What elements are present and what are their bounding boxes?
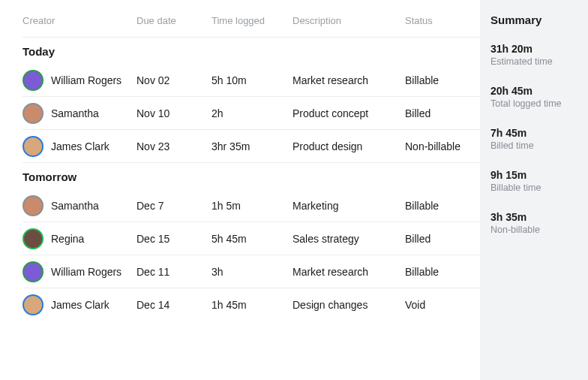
time-logged: 1h 5m	[212, 200, 292, 212]
description: Marketing	[292, 200, 405, 212]
summary-value: 31h 20m	[490, 43, 578, 55]
status: Billed	[405, 107, 480, 119]
description: Market research	[292, 266, 405, 278]
table-row[interactable]: Samantha Dec 7 1h 5m Marketing Billable	[22, 189, 480, 222]
col-status: Status	[405, 15, 480, 26]
creator-name: Samantha	[51, 200, 99, 212]
summary-billable: 9h 15m Billable time	[490, 169, 578, 193]
description: Sales strategy	[292, 233, 405, 245]
summary-value: 20h 45m	[490, 85, 578, 97]
summary-panel: Summary 31h 20m Estimated time 20h 45m T…	[480, 0, 588, 380]
due-date: Nov 10	[136, 107, 212, 119]
description: Market research	[292, 74, 405, 86]
col-time: Time logged	[212, 15, 292, 26]
due-date: Dec 11	[136, 266, 212, 278]
time-logged: 5h 45m	[212, 233, 292, 245]
col-due: Due date	[136, 15, 212, 26]
status: Billed	[405, 233, 480, 245]
time-logged: 1h 45m	[212, 299, 292, 311]
time-log-table: Creator Due date Time logged Description…	[0, 0, 480, 380]
avatar	[22, 228, 44, 249]
due-date: Nov 23	[136, 140, 212, 152]
summary-non-billable: 3h 35m Non-billable	[490, 211, 578, 235]
col-creator: Creator	[22, 15, 136, 26]
time-logged: 3h	[212, 266, 292, 278]
creator-name: James Clark	[51, 299, 110, 311]
status: Void	[405, 299, 480, 311]
creator-name: Samantha	[51, 107, 99, 119]
table-row[interactable]: James Clark Dec 14 1h 45m Design changes…	[22, 288, 480, 321]
avatar	[22, 294, 44, 315]
table-row[interactable]: Regina Dec 15 5h 45m Sales strategy Bill…	[22, 222, 480, 255]
description: Product concept	[292, 107, 405, 119]
avatar	[22, 195, 44, 216]
due-date: Dec 15	[136, 233, 212, 245]
description: Design changes	[292, 299, 405, 311]
table-row[interactable]: William Rogers Nov 02 5h 10m Market rese…	[22, 64, 480, 97]
summary-total-logged: 20h 45m Total logged time	[490, 85, 578, 109]
avatar	[22, 103, 44, 124]
avatar	[22, 261, 44, 282]
summary-label: Non-billable	[490, 225, 578, 235]
group-tomorrow: Tomorrow	[22, 163, 480, 189]
summary-estimated: 31h 20m Estimated time	[490, 43, 578, 67]
time-logged: 3hr 35m	[212, 140, 292, 152]
summary-title: Summary	[490, 14, 578, 26]
creator-name: Regina	[51, 233, 84, 245]
summary-label: Billable time	[490, 182, 578, 193]
due-date: Dec 14	[136, 299, 212, 311]
summary-billed: 7h 45m Billed time	[490, 127, 578, 151]
col-desc: Description	[292, 15, 405, 26]
summary-value: 3h 35m	[490, 211, 578, 223]
due-date: Nov 02	[136, 74, 212, 86]
table-header: Creator Due date Time logged Description…	[22, 15, 480, 37]
summary-label: Billed time	[490, 140, 578, 151]
status: Billable	[405, 200, 480, 212]
summary-value: 7h 45m	[490, 127, 578, 139]
group-today: Today	[22, 38, 480, 64]
status: Billable	[405, 74, 480, 86]
status: Non-billable	[405, 140, 480, 152]
avatar	[22, 70, 44, 91]
time-logged: 5h 10m	[212, 74, 292, 86]
summary-value: 9h 15m	[490, 169, 578, 181]
creator-name: William Rogers	[51, 266, 122, 278]
summary-label: Estimated time	[490, 56, 578, 67]
description: Product design	[292, 140, 405, 152]
table-row[interactable]: Samantha Nov 10 2h Product concept Bille…	[22, 97, 480, 130]
status: Billable	[405, 266, 480, 278]
avatar	[22, 136, 44, 157]
time-logged: 2h	[212, 107, 292, 119]
creator-name: William Rogers	[51, 74, 122, 86]
summary-label: Total logged time	[490, 98, 578, 109]
table-row[interactable]: William Rogers Dec 11 3h Market research…	[22, 255, 480, 288]
due-date: Dec 7	[136, 200, 212, 212]
table-row[interactable]: James Clark Nov 23 3hr 35m Product desig…	[22, 130, 480, 163]
creator-name: James Clark	[51, 140, 110, 152]
